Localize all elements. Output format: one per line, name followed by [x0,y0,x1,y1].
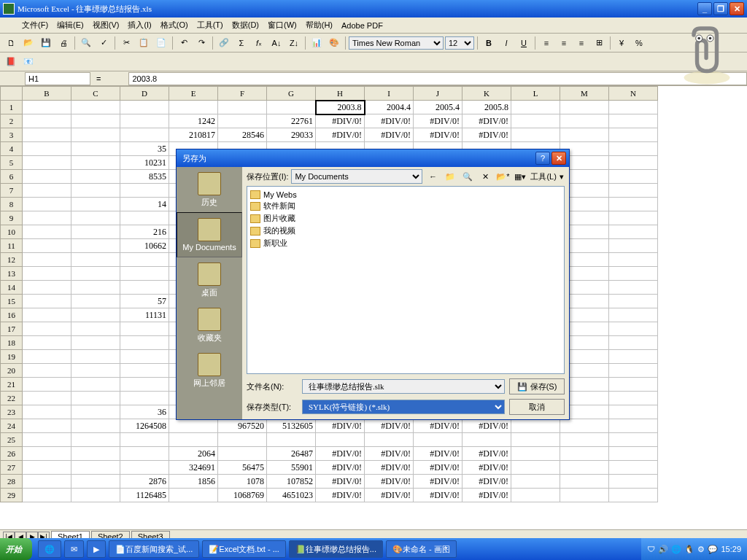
cell[interactable]: 29033 [267,128,316,142]
cell[interactable] [609,156,658,170]
column-header[interactable]: K [462,87,511,101]
file-list[interactable]: My Webs 软件新闻 图片收藏 我的视频 新职业 [247,186,565,374]
column-header[interactable]: E [169,87,218,101]
cell[interactable]: #DIV/0! [414,419,462,433]
cell[interactable] [511,433,560,447]
cell[interactable] [71,156,120,170]
cell[interactable] [218,447,267,461]
menu-window[interactable]: 窗口(W) [263,18,301,32]
cell[interactable]: #DIV/0! [316,447,365,461]
row-header[interactable]: 12 [1,253,23,267]
cell[interactable] [609,419,658,433]
places-favorites[interactable]: 收藏夹 [177,303,242,348]
cell[interactable] [609,170,658,184]
row-header[interactable]: 14 [1,281,23,295]
cell[interactable]: #DIV/0! [462,419,511,433]
cell[interactable]: #DIV/0! [316,461,365,475]
formula-bar[interactable]: 2003.8 [128,72,747,85]
row-header[interactable]: 9 [1,211,23,225]
cell[interactable]: #DIV/0! [365,461,414,475]
cell[interactable] [218,114,267,128]
quicklaunch-icon[interactable]: 🌐 [38,540,61,558]
cell[interactable] [609,281,658,295]
cell[interactable]: 8535 [120,170,169,184]
currency-button[interactable]: ¥ [614,35,630,51]
cell[interactable] [71,267,120,281]
cell[interactable]: #DIV/0! [365,475,414,489]
menu-format[interactable]: 格式(O) [156,18,193,32]
tray-icon[interactable]: 🔊 [658,545,668,554]
column-header[interactable]: C [71,87,120,101]
row-header[interactable]: 17 [1,322,23,336]
row-header[interactable]: 4 [1,142,23,156]
function-button[interactable]: fₓ [251,35,267,51]
cell[interactable] [511,419,560,433]
row-header[interactable]: 2 [1,114,23,128]
system-tray[interactable]: 🛡 🔊 🌐 🐧 ⚙ 💬 15:29 [641,538,747,560]
cell[interactable] [511,489,560,502]
row-header[interactable]: 15 [1,295,23,308]
row-header[interactable]: 25 [1,433,23,447]
cell[interactable] [609,447,658,461]
cell[interactable]: #DIV/0! [316,419,365,433]
cell[interactable] [23,336,71,350]
menu-edit[interactable]: 编辑(E) [53,18,88,32]
cell[interactable]: 55901 [267,461,316,475]
row-header[interactable]: 21 [1,378,23,392]
cell[interactable]: 2064 [169,447,218,461]
up-button[interactable]: 📁 [443,169,457,184]
cell[interactable] [169,101,218,114]
cell[interactable] [71,142,120,156]
chart-button[interactable]: 📊 [309,35,325,51]
italic-button[interactable]: I [498,35,514,51]
cell[interactable]: 26487 [267,447,316,461]
cell[interactable]: #DIV/0! [462,489,511,502]
tray-icon[interactable]: 🛡 [647,545,655,553]
cell[interactable]: 210817 [169,128,218,142]
column-header[interactable]: N [609,87,658,101]
cell[interactable] [71,308,120,322]
delete-button[interactable]: ✕ [478,169,492,184]
row-header[interactable]: 1 [1,101,23,114]
cell[interactable] [71,281,120,295]
align-center-button[interactable]: ≡ [556,35,572,51]
cell[interactable] [23,101,71,114]
taskbar-item[interactable]: 📝 Excel文档.txt - ... [202,540,286,558]
start-button[interactable]: 开始 [0,538,32,560]
cell[interactable] [120,392,169,405]
cell[interactable] [609,336,658,350]
sort-desc-button[interactable]: Z↓ [286,35,302,51]
back-button[interactable]: ← [425,169,440,184]
cell[interactable] [71,392,120,405]
row-header[interactable]: 11 [1,239,23,253]
print-preview-button[interactable]: 🔍 [78,35,94,51]
cell[interactable] [23,184,71,198]
cell[interactable] [120,128,169,142]
cell[interactable]: 324691 [169,461,218,475]
cell[interactable] [71,225,120,239]
cell[interactable] [23,267,71,281]
cell[interactable]: 56475 [218,461,267,475]
close-button[interactable]: ✕ [729,2,744,15]
cell[interactable] [71,378,120,392]
merge-button[interactable]: ⊞ [591,35,607,51]
new-folder-button[interactable]: 📂* [495,169,510,184]
cell[interactable] [462,433,511,447]
cell[interactable]: #DIV/0! [414,489,462,502]
cell[interactable] [609,350,658,364]
cell[interactable] [120,322,169,336]
cell[interactable] [23,364,71,378]
search-web-button[interactable]: 🔍 [460,169,475,184]
row-header[interactable]: 3 [1,128,23,142]
cell[interactable] [71,336,120,350]
cell[interactable]: #DIV/0! [316,475,365,489]
cell[interactable] [71,184,120,198]
autosum-button[interactable]: Σ [233,35,249,51]
column-header[interactable]: I [365,87,414,101]
cell[interactable] [120,350,169,364]
cell[interactable]: 36 [120,405,169,419]
filename-input[interactable]: 往事缥缈总结报告.slk [302,379,505,394]
cell[interactable] [267,433,316,447]
cell[interactable] [609,433,658,447]
cell[interactable] [609,128,658,142]
